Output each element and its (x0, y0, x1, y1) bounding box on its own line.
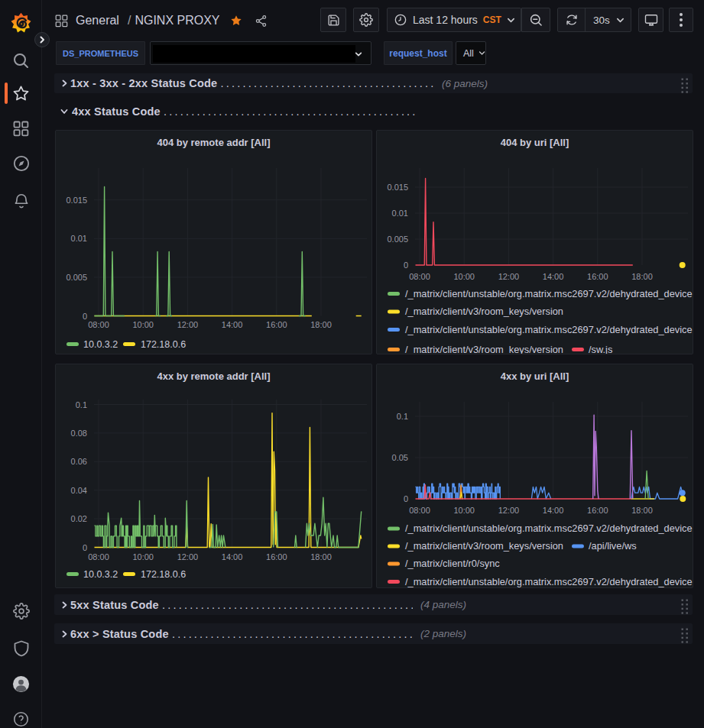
svg-text:0.015: 0.015 (387, 183, 408, 192)
svg-text:0.005: 0.005 (66, 273, 87, 282)
svg-text:0.01: 0.01 (71, 234, 87, 243)
svg-text:16:00: 16:00 (266, 320, 287, 329)
svg-text:172.18.0.6: 172.18.0.6 (141, 569, 186, 580)
svg-text:0.005: 0.005 (387, 235, 408, 244)
svg-text:18:00: 18:00 (631, 506, 653, 515)
svg-text:12:00: 12:00 (498, 272, 520, 281)
svg-text:08:00: 08:00 (88, 320, 109, 329)
svg-text:/_matrix/client/r0/sync: /_matrix/client/r0/sync (405, 558, 500, 569)
svg-text:12:00: 12:00 (177, 552, 199, 561)
svg-text:0.08: 0.08 (71, 429, 87, 438)
svg-text:0.02: 0.02 (71, 514, 87, 523)
svg-text:172.18.0.6: 172.18.0.6 (141, 339, 186, 350)
svg-text:14:00: 14:00 (543, 506, 564, 515)
svg-text:0.015: 0.015 (66, 196, 87, 205)
svg-text:16:00: 16:00 (266, 552, 287, 561)
svg-text:/_matrix/client/unstable/org.m: /_matrix/client/unstable/org.matrix.msc2… (405, 288, 693, 299)
svg-text:10:00: 10:00 (453, 272, 475, 281)
svg-text:14:00: 14:00 (222, 552, 243, 561)
svg-text:0: 0 (83, 312, 87, 321)
svg-text:08:00: 08:00 (409, 506, 430, 515)
svg-text:18:00: 18:00 (631, 272, 653, 281)
svg-text:12:00: 12:00 (498, 506, 520, 515)
svg-text:14:00: 14:00 (543, 272, 564, 281)
svg-text:0.05: 0.05 (392, 453, 408, 462)
svg-text:14:00: 14:00 (222, 320, 243, 329)
svg-text:10:00: 10:00 (132, 552, 154, 561)
svg-text:0.1: 0.1 (397, 412, 408, 421)
svg-text:0: 0 (83, 543, 87, 552)
svg-text:/sw.js: /sw.js (589, 344, 612, 354)
svg-text:08:00: 08:00 (409, 272, 430, 281)
svg-text:12:00: 12:00 (177, 320, 199, 329)
svg-text:10:00: 10:00 (453, 506, 475, 515)
svg-text:/_matrix/client/v3/room_keys/v: /_matrix/client/v3/room_keys/version (405, 540, 563, 552)
svg-text:0.04: 0.04 (71, 486, 87, 495)
svg-text:/_matrix/client/unstable/org.m: /_matrix/client/unstable/org.matrix.msc2… (405, 324, 693, 335)
svg-text:0.1: 0.1 (76, 400, 87, 409)
svg-text:0: 0 (404, 260, 408, 270)
svg-text:0.01: 0.01 (392, 209, 408, 218)
svg-text:08:00: 08:00 (88, 552, 109, 561)
svg-text:/_matrix/client/unstable/org.m: /_matrix/client/unstable/org.matrix.msc2… (405, 523, 693, 534)
svg-text:16:00: 16:00 (587, 272, 608, 281)
svg-text:10:00: 10:00 (132, 320, 154, 329)
svg-text:10.0.3.2: 10.0.3.2 (83, 339, 118, 350)
svg-text:/_matrix/client/unstable/org.m: /_matrix/client/unstable/org.matrix.msc2… (405, 576, 693, 587)
svg-text:/_matrix/client/v3/room_keys/v: /_matrix/client/v3/room_keys/version (405, 344, 563, 354)
svg-text:/api/live/ws: /api/live/ws (589, 540, 637, 552)
svg-text:/_matrix/client/v3/room_keys/v: /_matrix/client/v3/room_keys/version (405, 306, 563, 317)
svg-text:16:00: 16:00 (587, 506, 608, 515)
svg-text:10.0.3.2: 10.0.3.2 (83, 569, 118, 580)
svg-text:0: 0 (404, 494, 408, 503)
svg-text:18:00: 18:00 (310, 320, 332, 329)
svg-text:0.06: 0.06 (71, 457, 87, 466)
svg-text:18:00: 18:00 (310, 552, 332, 561)
